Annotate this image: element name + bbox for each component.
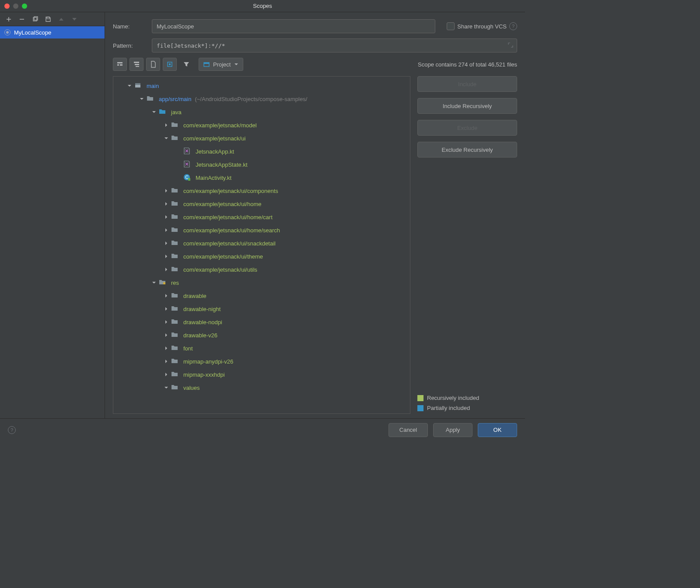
expand-chevron-icon[interactable] bbox=[163, 201, 169, 207]
footer-bar: ? Cancel Apply OK bbox=[0, 418, 525, 441]
expand-chevron-icon[interactable] bbox=[163, 332, 169, 338]
expand-pattern-icon[interactable] bbox=[508, 42, 514, 49]
expand-chevron-icon[interactable] bbox=[163, 214, 169, 220]
expand-chevron-icon[interactable] bbox=[163, 240, 169, 246]
expand-chevron-icon[interactable] bbox=[139, 96, 145, 102]
move-up-button[interactable] bbox=[55, 14, 67, 24]
tree-node[interactable]: drawable-v26 bbox=[113, 329, 410, 342]
expand-chevron-icon[interactable] bbox=[126, 83, 133, 89]
expand-chevron-icon[interactable] bbox=[163, 188, 169, 194]
tree-node-label: com/example/jetsnack/ui/home/cart bbox=[183, 214, 273, 220]
tree-node[interactable]: java bbox=[113, 105, 410, 119]
svg-rect-8 bbox=[136, 66, 139, 67]
tree-node[interactable]: font bbox=[113, 342, 410, 355]
tree-node[interactable]: com/example/jetsnack/ui/home bbox=[113, 197, 410, 210]
scope-list-item[interactable]: MyLocalScope bbox=[0, 26, 105, 38]
legend-label-partial: Partially included bbox=[427, 405, 470, 411]
folder-icon bbox=[171, 318, 179, 326]
tree-node[interactable]: drawable-night bbox=[113, 302, 410, 315]
tree-node[interactable]: JetsnackAppState.kt bbox=[113, 158, 410, 171]
expand-chevron-icon[interactable] bbox=[163, 293, 169, 299]
add-scope-button[interactable] bbox=[3, 14, 15, 24]
maximize-window-button[interactable] bbox=[22, 4, 27, 9]
group-by-package-button[interactable] bbox=[130, 58, 144, 71]
include-recursively-button[interactable]: Include Recursively bbox=[417, 98, 517, 114]
expand-chevron-icon[interactable] bbox=[163, 358, 169, 364]
include-button[interactable]: Include bbox=[417, 76, 517, 92]
ok-button[interactable]: OK bbox=[478, 423, 517, 437]
project-icon bbox=[203, 61, 210, 67]
tree-node[interactable]: com/example/jetsnack/ui/snackdetail bbox=[113, 237, 410, 250]
expand-chevron-icon[interactable] bbox=[163, 319, 169, 325]
expand-chevron-icon[interactable] bbox=[163, 385, 169, 391]
copy-scope-button[interactable] bbox=[29, 14, 41, 24]
tree-node-label: MainActivity.kt bbox=[196, 175, 231, 181]
tree-node[interactable]: com/example/jetsnack/ui/components bbox=[113, 184, 410, 197]
tree-node[interactable]: com/example/jetsnack/model bbox=[113, 119, 410, 132]
tree-node[interactable]: JetsnackApp.kt bbox=[113, 145, 410, 158]
share-vcs-checkbox[interactable] bbox=[447, 22, 455, 30]
show-only-included-button[interactable] bbox=[163, 58, 177, 71]
pattern-input[interactable] bbox=[152, 38, 517, 52]
expand-chevron-icon[interactable] bbox=[163, 345, 169, 351]
svg-rect-18 bbox=[163, 282, 165, 284]
expand-chevron-icon[interactable] bbox=[163, 306, 169, 312]
tree-node[interactable]: res bbox=[113, 276, 410, 289]
tree-node-label: com/example/jetsnack/ui/utils bbox=[183, 266, 257, 273]
tree-node[interactable]: values bbox=[113, 381, 410, 394]
expand-chevron-icon[interactable] bbox=[151, 280, 157, 286]
tree-node[interactable]: drawable-nodpi bbox=[113, 315, 410, 329]
svg-rect-10 bbox=[169, 63, 171, 65]
cancel-button[interactable]: Cancel bbox=[388, 423, 428, 437]
show-files-button[interactable] bbox=[146, 58, 160, 71]
tree-node-label: java bbox=[171, 109, 182, 116]
exclude-recursively-button[interactable]: Exclude Recursively bbox=[417, 142, 517, 158]
svg-rect-12 bbox=[204, 63, 209, 64]
tree-node[interactable]: drawable bbox=[113, 289, 410, 302]
close-window-button[interactable] bbox=[4, 4, 10, 9]
apply-button[interactable]: Apply bbox=[433, 423, 472, 437]
tree-node[interactable]: CMainActivity.kt bbox=[113, 171, 410, 184]
tree-node-label: res bbox=[171, 280, 179, 286]
help-icon[interactable]: ? bbox=[509, 22, 517, 30]
scope-type-dropdown[interactable]: Project bbox=[199, 58, 243, 71]
filter-button[interactable] bbox=[179, 58, 193, 71]
folder-icon bbox=[171, 305, 179, 313]
expand-chevron-icon bbox=[175, 175, 182, 181]
expand-chevron-icon[interactable] bbox=[163, 135, 169, 141]
expand-chevron-icon[interactable] bbox=[163, 371, 169, 378]
scope-name-input[interactable] bbox=[152, 19, 435, 33]
folder-res-icon bbox=[159, 279, 167, 287]
tree-node[interactable]: mipmap-anydpi-v26 bbox=[113, 355, 410, 368]
tree-node[interactable]: app/src/main(~/AndroidStudioProjects/com… bbox=[113, 92, 410, 105]
svg-rect-0 bbox=[33, 18, 37, 21]
help-button[interactable]: ? bbox=[8, 426, 16, 434]
tree-node[interactable]: com/example/jetsnack/ui/home/search bbox=[113, 224, 410, 237]
folder-icon bbox=[171, 344, 179, 352]
tree-node[interactable]: com/example/jetsnack/ui/utils bbox=[113, 263, 410, 276]
tree-node-label: app/src/main bbox=[159, 96, 191, 102]
kt-icon bbox=[183, 161, 191, 168]
exclude-button[interactable]: Exclude bbox=[417, 120, 517, 136]
window-title: Scopes bbox=[253, 3, 272, 9]
expand-chevron-icon[interactable] bbox=[163, 253, 169, 259]
expand-chevron-icon[interactable] bbox=[151, 109, 157, 115]
tree-node[interactable]: com/example/jetsnack/ui bbox=[113, 132, 410, 145]
tree-node-label: mipmap-xxxhdpi bbox=[183, 371, 225, 378]
group-by-module-button[interactable] bbox=[113, 58, 127, 71]
remove-scope-button[interactable] bbox=[16, 14, 28, 24]
scope-tree[interactable]: mainapp/src/main(~/AndroidStudioProjects… bbox=[113, 76, 410, 414]
tree-node[interactable]: main bbox=[113, 79, 410, 92]
tree-node[interactable]: com/example/jetsnack/ui/home/cart bbox=[113, 210, 410, 224]
expand-chevron-icon[interactable] bbox=[163, 227, 169, 233]
tree-node-label: JetsnackAppState.kt bbox=[196, 161, 248, 168]
chevron-down-icon bbox=[234, 63, 238, 66]
save-scope-button[interactable] bbox=[42, 14, 54, 24]
move-down-button[interactable] bbox=[68, 14, 80, 24]
tree-node[interactable]: mipmap-xxxhdpi bbox=[113, 368, 410, 381]
expand-chevron-icon[interactable] bbox=[163, 266, 169, 273]
tree-node[interactable]: com/example/jetsnack/ui/theme bbox=[113, 250, 410, 263]
folder-icon bbox=[171, 331, 179, 339]
minimize-window-button[interactable] bbox=[13, 4, 18, 9]
expand-chevron-icon[interactable] bbox=[163, 122, 169, 128]
